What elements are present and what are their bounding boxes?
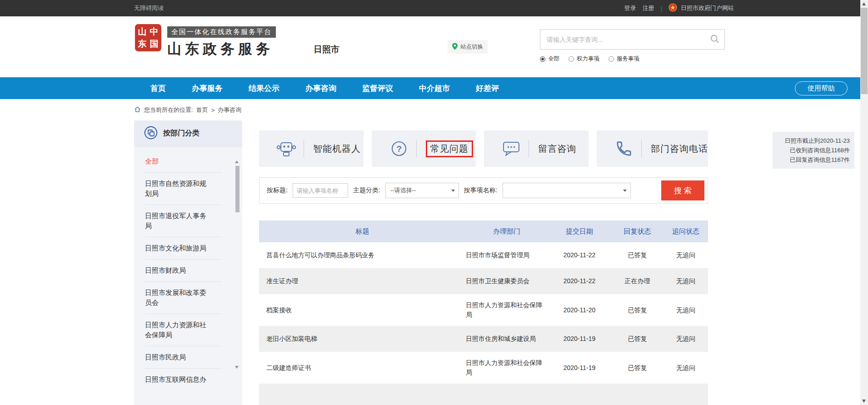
tab-message-consult[interactable]: 留言咨询 [484, 130, 589, 167]
department-item[interactable]: 日照市发展和改革委员会 [145, 282, 222, 314]
breadcrumb-separator: > [211, 107, 215, 114]
search-scope-radio[interactable]: 权力事项 [569, 55, 599, 63]
radio-icon [569, 56, 574, 62]
topic-select[interactable]: --请选择-- [385, 183, 459, 198]
department-label: 日照市财政局 [145, 265, 211, 275]
nav-item[interactable]: 结果公示 [249, 83, 279, 94]
table-row-partial [259, 384, 708, 405]
col-header-dept: 办理部门 [466, 227, 548, 236]
cell-title[interactable]: 老旧小区加装电梯 [259, 334, 466, 344]
phone-icon [613, 140, 635, 157]
platform-badge: 全国一体化在线政务服务平台 [167, 26, 276, 38]
nav-item[interactable]: 办事服务 [192, 83, 223, 94]
cell-dept: 日照市市场监督管理局 [466, 250, 548, 260]
cell-title[interactable]: 准生证办理 [259, 276, 466, 286]
stats-line: 已收到咨询信息1168件 [777, 145, 850, 155]
department-item[interactable]: 日照市互联网信息办 [145, 369, 222, 390]
nav-item[interactable]: 首页 [150, 83, 166, 94]
nav-item[interactable]: 监督评议 [362, 83, 393, 94]
sidebar-scroll-down-icon[interactable] [235, 366, 239, 369]
table-row: 莒县什么地方可以办理商品条形码业务 日照市市场监督管理局 2020-11-22 … [259, 242, 708, 268]
table-row: 档案接收 日照市人力资源和社会保障局 2020-11-20 已答复 无追问 [259, 294, 708, 326]
page-scrollbar-thumb[interactable] [861, 8, 868, 94]
title-filter-label: 按标题: [267, 186, 288, 195]
department-item[interactable]: 日照市自然资源和规划局 [145, 173, 222, 205]
search-icon[interactable] [710, 34, 720, 46]
seal-char: 中 [150, 27, 159, 36]
nav-item[interactable]: 好差评 [476, 83, 499, 94]
shandong-seal-icon: 山中东国 [135, 24, 161, 51]
seal-char: 国 [150, 40, 159, 48]
cell-date: 2020-11-22 [548, 276, 611, 286]
help-button[interactable]: 使用帮助 [795, 81, 848, 95]
category-icon [144, 126, 158, 141]
page-scrollbar[interactable] [860, 0, 868, 405]
department-item[interactable]: 日照市人力资源和社会保障局 [145, 314, 222, 346]
title-filter-input[interactable] [293, 183, 348, 198]
portal-link[interactable]: 日照市政府门户网站 [668, 3, 734, 13]
nav-item[interactable]: 中介超市 [419, 83, 450, 94]
cell-reply-status: 已答复 [611, 334, 663, 344]
consult-stats-box: 日照市截止到2020-11-23已收到咨询信息1168件已回复咨询信息1167件 [773, 132, 854, 169]
site-logo[interactable]: 山中东国 全国一体化在线政务服务平台 山东政务服务 [135, 24, 276, 59]
breadcrumb-current[interactable]: 办事咨询 [218, 106, 241, 114]
department-item[interactable]: 日照市文化和旅游局 [145, 237, 222, 260]
breadcrumb-prefix: 您当前所在的位置: [144, 106, 193, 114]
accessibility-link[interactable]: 无障碍阅读 [134, 4, 164, 12]
brand-title: 山东政务服务 [167, 40, 276, 59]
search-scope-radio[interactable]: 全部 [540, 55, 559, 63]
filter-search-button[interactable]: 搜 索 [661, 180, 704, 200]
radio-label: 全部 [548, 55, 559, 63]
cell-date: 2020-11-20 [548, 305, 611, 315]
breadcrumb-home[interactable]: 首页 [196, 106, 208, 114]
cell-dept: 日照市住房和城乡建设局 [466, 334, 548, 344]
nav-item[interactable]: 办事咨询 [305, 83, 336, 94]
cell-dept: 日照市人力资源和社会保障局 [466, 358, 548, 377]
message-icon [500, 140, 522, 158]
topic-select-value: --请选择-- [390, 186, 416, 195]
main-panel: 智能机器人 ? 常见问题 [259, 130, 708, 405]
tab-phone-consult[interactable]: 部门咨询电话 [597, 130, 708, 167]
stats-line: 日照市截止到2020-11-23 [777, 136, 850, 145]
tab-label-smart-robot: 智能机器人 [313, 143, 361, 155]
department-item[interactable]: 日照市退役军人事务局 [145, 205, 222, 237]
home-icon [134, 106, 141, 114]
cell-title[interactable]: 二级建造师证书 [259, 363, 466, 373]
cell-title[interactable]: 档案接收 [259, 305, 466, 315]
sidebar-scrollbar-thumb[interactable] [235, 166, 239, 212]
caret-down-icon [623, 190, 627, 192]
item-name-select[interactable] [503, 183, 631, 198]
login-link[interactable]: 登录 [624, 4, 636, 12]
tab-smart-robot[interactable]: 智能机器人 [259, 130, 364, 167]
scroll-up-icon[interactable] [862, 2, 866, 5]
cell-title[interactable]: 莒县什么地方可以办理商品条形码业务 [259, 250, 466, 260]
search-scope-radio[interactable]: 服务事项 [609, 55, 639, 63]
radio-label: 服务事项 [617, 55, 639, 63]
tab-faq[interactable]: ? 常见问题 [372, 130, 476, 167]
cell-reply-status: 已答复 [611, 250, 663, 260]
scroll-down-icon[interactable] [862, 400, 866, 403]
cell-follow-status: 无追问 [663, 276, 708, 286]
department-label: 日照市自然资源和规划局 [145, 179, 211, 199]
tab-label-faq: 常见问题 [426, 140, 473, 157]
topic-filter-label: 主题分类: [353, 186, 380, 195]
caret-down-icon [451, 190, 455, 192]
department-item[interactable]: 日照市民政局 [145, 346, 222, 369]
filter-bar: 按标题: 主题分类: --请选择-- 按事项名称: 搜 索 [259, 177, 708, 204]
table-header-row: 标题 办理部门 提交日期 回复状态 追问状态 [259, 220, 708, 242]
department-item[interactable]: 全部 [145, 150, 222, 173]
department-label: 日照市退役军人事务局 [145, 211, 211, 231]
tab-label-phone: 部门咨询电话 [651, 143, 708, 155]
site-switch-button[interactable]: 站点切换 [448, 40, 488, 54]
cell-reply-status: 已答复 [611, 363, 663, 373]
sidebar-scroll-up-icon[interactable] [235, 160, 239, 163]
department-item[interactable]: 日照市财政局 [145, 260, 222, 282]
col-header-reply: 回复状态 [611, 227, 663, 236]
register-link[interactable]: 注册 [643, 4, 654, 12]
keyword-search-input[interactable] [540, 29, 725, 50]
department-label: 日照市民政局 [145, 352, 211, 362]
header: 山中东国 全国一体化在线政务服务平台 山东政务服务 日照市 站点切换 [0, 16, 868, 77]
breadcrumb: 您当前所在的位置: 首页 > 办事咨询 [134, 105, 734, 115]
topbar: 无障碍阅读 登录 注册 | 日照市政府门户网站 [0, 0, 868, 16]
stats-line: 已回复咨询信息1167件 [777, 155, 850, 165]
